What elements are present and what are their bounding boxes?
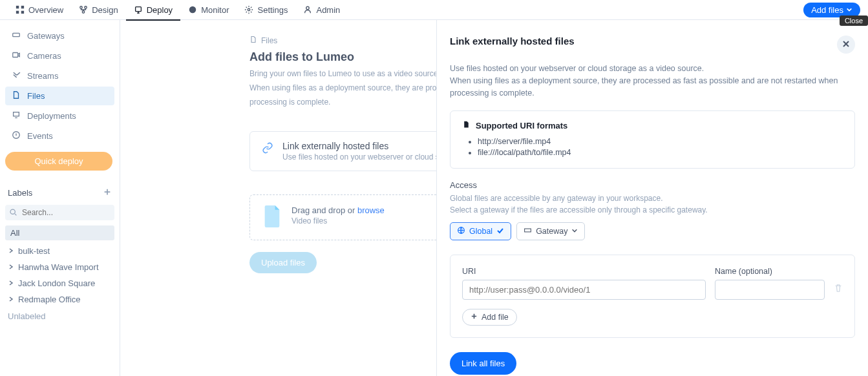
label-unlabeled[interactable]: Unlabeled — [5, 308, 114, 325]
label-item[interactable]: Redmaple Office — [5, 291, 114, 308]
plus-icon[interactable] — [103, 187, 112, 198]
chevron-right-icon — [8, 246, 14, 256]
sidebar-events[interactable]: Events — [5, 127, 114, 145]
nav-admin[interactable]: Admin — [295, 0, 348, 20]
svg-rect-13 — [14, 112, 19, 116]
link-files-drawer: Link externally hosted files Use files h… — [436, 20, 868, 376]
monitor-icon — [188, 5, 197, 14]
nav-deploy[interactable]: Deploy — [126, 0, 180, 20]
link-icon — [262, 142, 273, 156]
svg-rect-17 — [525, 229, 531, 232]
label-text: Hanwha Wave Import — [18, 262, 99, 272]
button-label: Add file — [482, 313, 509, 322]
sidebar: Gateways Cameras Streams Files Deploymen… — [0, 20, 120, 376]
drop-subtitle: Video files — [291, 216, 385, 225]
browse-link[interactable]: browse — [357, 205, 385, 215]
formats-card: Supported URI formats http://server/file… — [450, 110, 855, 169]
format-item: http://server/file.mp4 — [478, 137, 843, 146]
svg-point-6 — [82, 11, 85, 14]
file-icon — [462, 120, 471, 131]
pill-label: Gateway — [536, 227, 567, 236]
label-text: bulk-test — [18, 246, 50, 256]
search-icon — [9, 208, 17, 218]
breadcrumb-text: Files — [261, 36, 277, 45]
design-icon — [79, 5, 88, 14]
access-gateway-pill[interactable]: Gateway — [516, 222, 585, 240]
nav-label: Deploy — [147, 5, 173, 15]
uri-label: URI — [462, 267, 706, 276]
gear-icon — [244, 5, 253, 14]
nav-label: Design — [92, 5, 118, 15]
drawer-title: Link externally hosted files — [450, 36, 575, 47]
delete-row-button[interactable] — [834, 284, 843, 295]
drop-title: Drag and drop or browse — [291, 205, 385, 215]
card-title: Link externally hosted files — [282, 141, 457, 151]
sidebar-label: Streams — [27, 71, 58, 81]
svg-point-15 — [10, 209, 15, 214]
chevron-right-icon — [8, 295, 14, 304]
deployments-icon — [12, 110, 21, 121]
name-input[interactable] — [715, 280, 825, 300]
button-label: Add files — [811, 5, 843, 15]
sidebar-streams[interactable]: Streams — [5, 67, 114, 85]
drawer-description: Use files hosted on your webserver or cl… — [450, 63, 855, 99]
formats-title: Supported URI formats — [476, 121, 567, 131]
access-global-pill[interactable]: Global — [450, 222, 511, 240]
nav-settings[interactable]: Settings — [237, 0, 295, 20]
sidebar-label: Events — [27, 131, 53, 141]
sidebar-label: Gateways — [27, 31, 65, 41]
svg-rect-12 — [13, 53, 18, 57]
gateway-icon — [12, 30, 21, 41]
svg-point-5 — [85, 6, 87, 9]
svg-point-8 — [189, 6, 196, 14]
chevron-down-icon — [846, 5, 852, 15]
plus-icon — [471, 313, 478, 322]
nav-overview[interactable]: Overview — [8, 0, 71, 20]
card-subtitle: Use files hosted on your webserver or cl… — [282, 152, 457, 162]
label-item[interactable]: bulk-test — [5, 243, 114, 259]
name-label: Name (optional) — [715, 267, 825, 276]
nav-monitor[interactable]: Monitor — [180, 0, 237, 20]
add-file-button[interactable]: Add file — [462, 309, 517, 326]
format-item: file:///local/path/to/file.mp4 — [478, 148, 843, 157]
nav-label: Monitor — [201, 5, 229, 15]
label-all[interactable]: All — [5, 225, 114, 240]
uri-input[interactable] — [462, 280, 706, 300]
nav-label: Admin — [316, 5, 340, 15]
link-all-button[interactable]: Link all files — [450, 352, 516, 375]
file-icon — [249, 36, 257, 45]
upload-button[interactable]: Upload files — [249, 252, 317, 273]
svg-rect-0 — [16, 6, 19, 8]
admin-icon — [303, 5, 312, 14]
sidebar-deployments[interactable]: Deployments — [5, 107, 114, 125]
sidebar-label: Files — [27, 91, 45, 101]
nav-label: Overview — [28, 5, 63, 15]
stream-icon — [12, 70, 21, 81]
pill-label: Global — [469, 227, 492, 236]
top-nav: Overview Design Deploy Monitor Settings … — [0, 0, 868, 20]
drawer-close-button[interactable] — [837, 36, 855, 54]
uri-card: URI Name (optional) Add file — [450, 255, 855, 338]
info-icon — [12, 131, 21, 141]
label-item[interactable]: Jack London Square — [5, 275, 114, 291]
close-tooltip: Close — [840, 16, 868, 26]
chevron-down-icon — [571, 227, 578, 236]
quick-deploy-button[interactable]: Quick deploy — [5, 152, 112, 171]
label-item[interactable]: Hanwha Wave Import — [5, 259, 114, 275]
svg-point-9 — [248, 8, 251, 11]
sidebar-label: Cameras — [27, 51, 61, 61]
deploy-icon — [134, 5, 143, 14]
sidebar-cameras[interactable]: Cameras — [5, 47, 114, 65]
label-text: Redmaple Office — [18, 295, 81, 304]
check-icon — [496, 227, 504, 236]
svg-rect-7 — [135, 7, 141, 12]
sidebar-gateways[interactable]: Gateways — [5, 26, 114, 45]
label-text: Jack London Square — [18, 278, 95, 288]
svg-rect-2 — [16, 11, 19, 14]
camera-icon — [12, 50, 21, 61]
sidebar-files[interactable]: Files — [5, 87, 114, 105]
svg-rect-11 — [13, 33, 20, 36]
labels-search-input[interactable] — [5, 205, 114, 220]
nav-design[interactable]: Design — [71, 0, 125, 20]
svg-rect-1 — [21, 6, 24, 8]
